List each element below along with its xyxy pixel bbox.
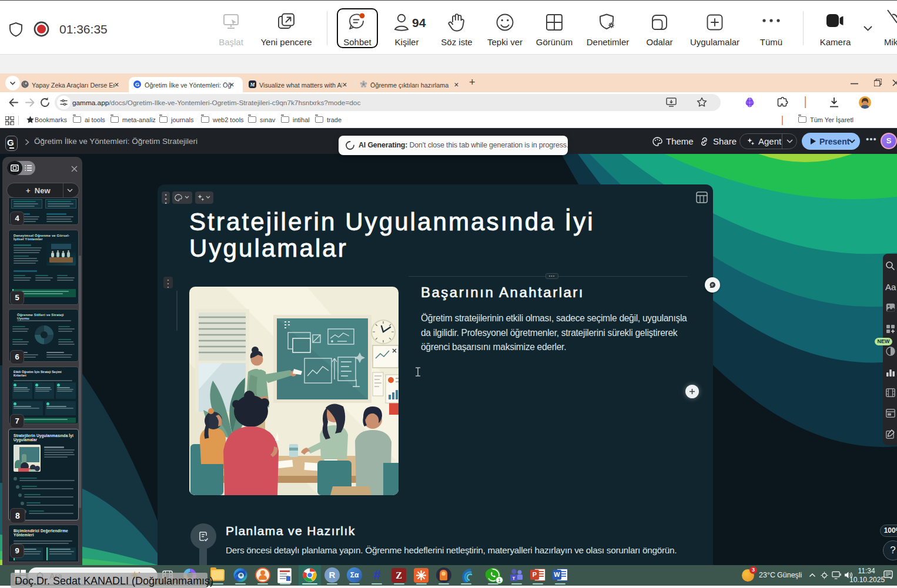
svg-text:G: G (135, 81, 140, 88)
svg-text:T: T (513, 576, 516, 581)
svg-text:M: M (250, 82, 256, 88)
